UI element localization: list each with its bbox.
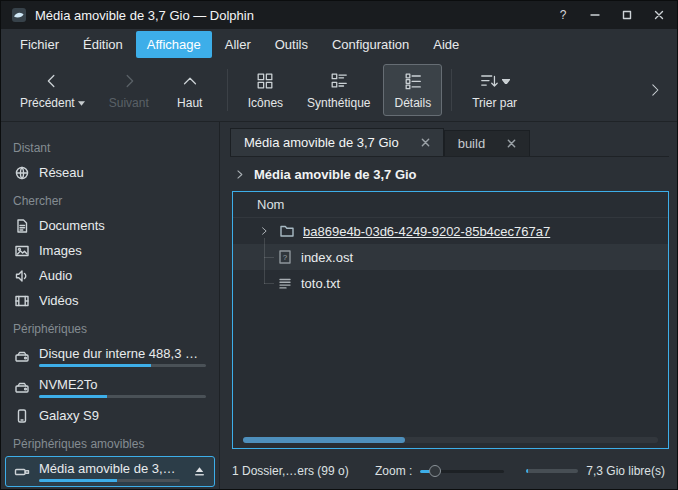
toolbar-separator bbox=[451, 69, 452, 111]
tree-guide-line bbox=[264, 257, 274, 258]
dolphin-window: Média amovible de 3,7 Gio — Dolphin ? Fi… bbox=[0, 0, 678, 490]
free-space-label: 7,3 Gio libre(s) bbox=[586, 464, 665, 478]
chevron-up-icon bbox=[180, 70, 200, 92]
forward-button[interactable]: Suivant bbox=[98, 64, 160, 116]
menubar: Fichier Édition Affichage Aller Outils C… bbox=[1, 29, 677, 59]
sidebar-item-audio[interactable]: Audio bbox=[5, 263, 215, 288]
file-name: toto.txt bbox=[301, 276, 340, 291]
document-icon bbox=[14, 218, 30, 234]
close-tab-icon[interactable] bbox=[421, 138, 430, 147]
close-button[interactable] bbox=[651, 7, 667, 23]
maximize-button[interactable] bbox=[619, 7, 635, 23]
section-chercher[interactable]: Chercher bbox=[1, 185, 219, 213]
content-area: Distant Réseau Chercher Documents Images bbox=[1, 122, 677, 489]
sidebar-item-media-amovible[interactable]: Média amovible de 3,7 … bbox=[5, 456, 215, 487]
tabbar: Média amovible de 3,7 Gio build bbox=[230, 128, 669, 157]
menu-affichage[interactable]: Affichage bbox=[136, 31, 212, 58]
sort-by-button[interactable]: Trier par bbox=[461, 64, 528, 116]
menu-fichier[interactable]: Fichier bbox=[9, 31, 70, 58]
harddrive-icon bbox=[14, 380, 30, 396]
menu-aide[interactable]: Aide bbox=[422, 31, 470, 58]
file-name: index.ost bbox=[301, 250, 353, 265]
folder-icon bbox=[279, 223, 295, 239]
section-peripheriques-amovibles[interactable]: Périphériques amovibles bbox=[1, 428, 219, 456]
details-view-icon bbox=[403, 70, 423, 92]
icons-view-button[interactable]: Icônes bbox=[237, 64, 294, 116]
tab-media-amovible[interactable]: Média amovible de 3,7 Gio bbox=[230, 128, 444, 156]
chevron-right-icon bbox=[119, 70, 139, 92]
file-row-folder[interactable]: ba869e4b-03d6-4249-9202-85b4cec767a7 bbox=[233, 218, 668, 244]
help-button[interactable]: ? bbox=[555, 7, 571, 23]
expand-chevron-icon[interactable] bbox=[257, 226, 271, 236]
scrollbar-thumb[interactable] bbox=[243, 437, 405, 443]
sidebar-item-disque-dur[interactable]: Disque dur interne 488,3 G… bbox=[5, 341, 215, 372]
status-summary: 1 Dossier,…ers (99 o) bbox=[232, 464, 349, 478]
sidebar-item-videos[interactable]: Vidéos bbox=[5, 288, 215, 313]
file-name: ba869e4b-03d6-4249-9202-85b4cec767a7 bbox=[303, 224, 550, 239]
disk-usage-bar bbox=[39, 364, 206, 367]
tab-build[interactable]: build bbox=[444, 130, 530, 156]
eject-icon[interactable] bbox=[193, 465, 206, 478]
section-distant[interactable]: Distant bbox=[1, 132, 219, 160]
sidebar-item-reseau[interactable]: Réseau bbox=[5, 160, 215, 185]
caret-down-icon bbox=[502, 79, 510, 84]
close-tab-icon[interactable] bbox=[507, 139, 516, 148]
menu-outils[interactable]: Outils bbox=[264, 31, 319, 58]
up-button[interactable]: Haut bbox=[162, 64, 218, 116]
statusbar: 1 Dossier,…ers (99 o) Zoom : 7,3 Gio lib… bbox=[230, 455, 669, 489]
compact-view-icon bbox=[329, 70, 349, 92]
caret-down-icon bbox=[78, 101, 85, 106]
removable-usage-bar bbox=[39, 479, 180, 482]
breadcrumb-location[interactable]: Média amovible de 3,7 Gio bbox=[254, 167, 417, 182]
nvme-usage-bar bbox=[39, 395, 206, 398]
audio-icon bbox=[14, 268, 30, 284]
back-button[interactable]: Précédent bbox=[9, 64, 96, 116]
compact-view-button[interactable]: Synthétique bbox=[296, 64, 381, 116]
usb-drive-icon bbox=[14, 464, 30, 480]
toolbar-overflow-button[interactable] bbox=[641, 76, 669, 104]
sort-icon bbox=[479, 70, 510, 92]
section-peripheriques[interactable]: Périphériques bbox=[1, 313, 219, 341]
menu-aller[interactable]: Aller bbox=[214, 31, 262, 58]
window-controls: ? bbox=[555, 7, 667, 23]
file-row-toto-txt[interactable]: toto.txt bbox=[233, 270, 668, 296]
toolbar: Précédent Suivant Haut Icônes bbox=[1, 59, 677, 122]
dolphin-app-icon[interactable] bbox=[11, 7, 27, 23]
icons-view-icon bbox=[255, 70, 275, 92]
chevron-left-icon bbox=[42, 70, 62, 92]
details-view-button[interactable]: Détails bbox=[383, 64, 442, 116]
zoom-slider-handle[interactable] bbox=[429, 465, 441, 477]
sidebar-item-galaxy-s9[interactable]: Galaxy S9 bbox=[5, 403, 215, 428]
file-view: Nom ba869e4b-03d6-4249-9202-85b4cec767a7… bbox=[232, 191, 669, 449]
toolbar-separator bbox=[227, 69, 228, 111]
file-row-index-ost[interactable]: ? index.ost bbox=[233, 244, 668, 270]
text-file-icon bbox=[277, 275, 293, 291]
sidebar-item-nvme2to[interactable]: NVME2To bbox=[5, 372, 215, 403]
menu-edition[interactable]: Édition bbox=[72, 31, 134, 58]
zoom-slider[interactable] bbox=[420, 464, 504, 478]
unknown-file-icon: ? bbox=[277, 249, 293, 265]
column-header-nom[interactable]: Nom bbox=[233, 192, 668, 218]
minimize-button[interactable] bbox=[587, 7, 603, 23]
tree-guide-line bbox=[264, 238, 265, 284]
harddrive-icon bbox=[14, 349, 30, 365]
zoom-label: Zoom : bbox=[375, 464, 412, 478]
free-space-bar bbox=[526, 469, 578, 473]
network-icon bbox=[14, 165, 30, 181]
svg-text:?: ? bbox=[283, 253, 288, 262]
menu-configuration[interactable]: Configuration bbox=[321, 31, 420, 58]
tree-guide-line bbox=[264, 283, 274, 284]
window-title: Média amovible de 3,7 Gio — Dolphin bbox=[35, 8, 254, 23]
horizontal-scrollbar[interactable] bbox=[243, 437, 658, 443]
breadcrumb-chevron-icon[interactable] bbox=[234, 169, 245, 180]
titlebar[interactable]: Média amovible de 3,7 Gio — Dolphin ? bbox=[1, 1, 677, 29]
video-icon bbox=[14, 293, 30, 309]
sidebar-item-documents[interactable]: Documents bbox=[5, 213, 215, 238]
sidebar-item-images[interactable]: Images bbox=[5, 238, 215, 263]
image-icon bbox=[14, 243, 30, 259]
places-panel: Distant Réseau Chercher Documents Images bbox=[1, 122, 220, 489]
main-view: Média amovible de 3,7 Gio build Média am… bbox=[220, 122, 677, 489]
phone-icon bbox=[14, 408, 30, 424]
breadcrumb: Média amovible de 3,7 Gio bbox=[230, 157, 669, 191]
